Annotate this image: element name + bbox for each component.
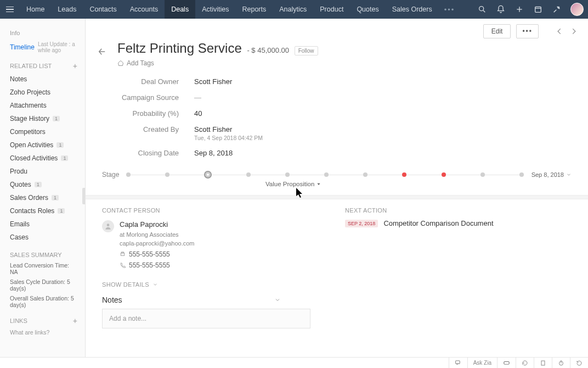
sidebar-sales-summary-head: SALES SUMMARY (0, 249, 85, 260)
sidebar-item-emails[interactable]: Emails (0, 218, 85, 231)
nav-more[interactable]: ••• (439, 5, 461, 14)
sidebar-timeline[interactable]: Timeline Last Update : a while ago (0, 38, 85, 56)
stage-label: Stage (102, 171, 118, 179)
contact-email[interactable]: capla-paprocki@yahoo.com (120, 239, 195, 248)
sidebar-item-notes[interactable]: Notes (0, 73, 85, 86)
sidebar-item-sales-orders[interactable]: Sales Orders1 (0, 191, 85, 204)
sidebar-links-help[interactable]: What are links? (0, 327, 85, 337)
stage-dot[interactable] (402, 172, 406, 177)
field-label: Deal Owner (117, 77, 194, 86)
nav-reports[interactable]: Reports (235, 0, 273, 19)
topbar: HomeLeadsContactsAccountsDealsActivities… (0, 0, 588, 19)
section-divider (86, 195, 588, 199)
sidebar-item-competitors[interactable]: Competitors (0, 125, 85, 138)
topbar-right (477, 3, 584, 16)
plus-icon[interactable] (514, 4, 524, 14)
stage-closing-date[interactable]: Sep 8, 2018 (532, 171, 572, 178)
svg-point-9 (107, 224, 110, 226)
sidebar-item-quotes[interactable]: Quotes1 (0, 178, 85, 191)
tools-icon[interactable] (552, 4, 562, 14)
chevron-down-icon (152, 282, 158, 287)
sidebar-info-head: Info (0, 27, 85, 38)
svg-rect-4 (535, 7, 541, 12)
svg-line-1 (483, 10, 485, 12)
sidebar-item-attachments[interactable]: Attachments (0, 99, 85, 112)
stage-dot[interactable] (442, 172, 446, 177)
calendar-icon[interactable] (533, 4, 543, 14)
edit-button[interactable]: Edit (483, 24, 511, 38)
history-icon[interactable] (570, 358, 588, 368)
add-related-icon[interactable]: + (73, 62, 77, 70)
nav-leads[interactable]: Leads (51, 0, 83, 19)
main-nav: HomeLeadsContactsAccountsDealsActivities… (20, 0, 439, 19)
next-record-icon[interactable] (569, 27, 578, 36)
more-button[interactable]: ••• (516, 24, 539, 38)
sidebar-timeline-sub: Last Update : a while ago (38, 41, 75, 53)
tag-icon (117, 60, 124, 66)
contact-phone-1[interactable]: 555-555-5555 (129, 249, 170, 259)
nav-analytics[interactable]: Analytics (273, 0, 313, 19)
clipboard-icon[interactable] (534, 358, 552, 368)
refresh-icon[interactable] (516, 358, 534, 368)
add-link-icon[interactable]: + (73, 316, 77, 325)
nav-accounts[interactable]: Accounts (123, 0, 165, 19)
clock-icon[interactable] (552, 358, 570, 368)
nav-quotes[interactable]: Quotes (350, 0, 385, 19)
sidebar-item-zoho-projects[interactable]: Zoho Projects (0, 86, 85, 99)
nav-home[interactable]: Home (20, 0, 51, 19)
record-amount: - $ 45,000.00 (247, 46, 289, 54)
summary-line: Sales Cycle Duration: 5 day(s) (0, 277, 85, 293)
sidebar-item-stage-history[interactable]: Stage History1 (0, 112, 85, 125)
stage-name[interactable]: Value Proposition (265, 179, 588, 195)
bell-icon[interactable] (496, 4, 506, 14)
stage-dot[interactable] (285, 172, 290, 177)
fax-icon (120, 251, 126, 257)
sidebar-item-produ[interactable]: Produ (0, 165, 85, 178)
chat-icon[interactable] (449, 358, 467, 368)
back-button[interactable] (94, 44, 110, 59)
add-tags[interactable]: Add Tags (117, 59, 578, 67)
chevron-down-icon[interactable] (274, 297, 281, 303)
ask-zia[interactable]: Ask Zia (467, 358, 497, 368)
stage-dot[interactable] (126, 172, 131, 177)
stage-dot[interactable] (480, 172, 485, 177)
stage-track[interactable] (126, 172, 524, 177)
follow-button[interactable]: Follow (295, 46, 318, 55)
record-title: Feltz Printing Service (117, 41, 242, 56)
show-details-toggle[interactable]: SHOW DETAILS (86, 278, 588, 295)
nav-sales-orders[interactable]: Sales Orders (386, 0, 439, 19)
sidebar-item-open-activities[interactable]: Open Activities1 (0, 138, 85, 152)
stage-dot[interactable] (519, 172, 524, 177)
svg-marker-8 (318, 183, 320, 185)
sidebar-item-label: Timeline (10, 43, 35, 51)
phone-icon (120, 262, 126, 268)
nav-contacts[interactable]: Contacts (83, 0, 123, 19)
contact-phone-2[interactable]: 555-555-5555 (129, 260, 170, 270)
stage-dot[interactable] (204, 171, 212, 179)
stage-dot[interactable] (165, 172, 169, 177)
stage-dot[interactable] (363, 172, 368, 177)
svg-rect-15 (541, 361, 545, 365)
sidebar-item-closed-activities[interactable]: Closed Activities1 (0, 152, 85, 165)
stage-dot[interactable] (324, 172, 329, 177)
nav-activities[interactable]: Activities (195, 0, 235, 19)
sidebar: Info Timeline Last Update : a while ago … (0, 19, 86, 357)
contact-name[interactable]: Capla Paprocki (120, 219, 195, 230)
game-icon[interactable] (497, 358, 516, 368)
bottombar: Ask Zia (0, 357, 588, 368)
sidebar-resize-handle[interactable] (82, 188, 86, 204)
summary-line: Overall Sales Duration: 5 day(s) (0, 293, 85, 310)
stage-dot[interactable] (246, 172, 251, 177)
prev-record-icon[interactable] (555, 27, 564, 36)
nav-deals[interactable]: Deals (165, 0, 195, 19)
search-icon[interactable] (477, 4, 487, 14)
sidebar-item-contacts-roles[interactable]: Contacts Roles1 (0, 204, 85, 218)
avatar[interactable] (570, 3, 584, 16)
contact-company: at Morlong Associates (120, 230, 195, 239)
nav-product[interactable]: Product (313, 0, 350, 19)
field-value-deal-owner: Scott Fisher (194, 77, 232, 86)
next-action-title[interactable]: Competitor Comparison Document (383, 219, 493, 227)
note-input[interactable]: Add a note... (102, 309, 310, 328)
hamburger-icon[interactable] (4, 5, 15, 14)
sidebar-item-cases[interactable]: Cases (0, 231, 85, 244)
